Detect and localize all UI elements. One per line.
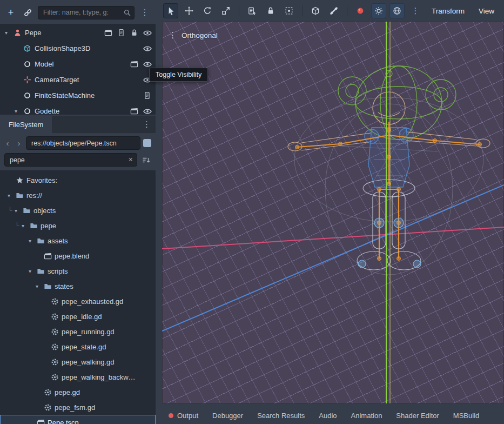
fs-tree-item[interactable]: pepe_exhausted.gd [0,294,156,309]
fs-tree-item[interactable]: ▾ assets [0,233,156,248]
scene-node-cameratarget[interactable]: CameraTarget [0,72,156,88]
script-button[interactable] [117,28,126,37]
move-tool-button[interactable] [182,3,197,18]
fs-item-label: states [55,282,73,290]
node-context-menu-button[interactable] [353,3,368,18]
script-button[interactable] [143,91,152,100]
fs-tree-item[interactable]: pepe.gd [0,385,156,400]
main-editor-area: ⋮ Transform View [156,0,504,424]
spatial-editor-toolbar: ⋮ Transform View [156,0,504,22]
tab-search-results[interactable]: Search Results [257,412,305,420]
tab-shader-editor[interactable]: Shader Editor [396,412,439,420]
fs-tree-item[interactable]: ▾ res:// [0,188,156,203]
fs-tree-item[interactable]: pepe_fsm.gd [0,400,156,415]
fs-tree-item-selected[interactable]: Pepe.tscn [0,415,156,424]
chevron-down-icon[interactable]: ▾ [8,193,16,198]
scene-filter-input[interactable] [38,6,135,19]
preview-sunlight-toggle[interactable] [371,3,386,18]
history-back-button[interactable]: ‹ [3,139,12,147]
projection-name[interactable]: Orthogonal [182,31,218,39]
list-select-tool-button[interactable] [245,3,260,18]
fs-tree-item[interactable]: pepe.blend [0,248,156,263]
lock-object-button[interactable] [263,3,278,18]
scene-dock-menu-button[interactable]: ⋮ [138,6,151,19]
chevron-down-icon[interactable]: ▾ [5,30,14,36]
tab-output[interactable]: Output [169,412,198,420]
lock-button[interactable] [130,28,139,37]
tab-msbuild[interactable]: MSBuild [453,412,479,420]
sun-icon [374,6,383,15]
cursor-icon [166,6,176,16]
visibility-button[interactable] [143,28,152,37]
tab-animation[interactable]: Animation [351,412,382,420]
chevron-down-icon[interactable]: ▾ [29,268,37,274]
skeleton-menu-button[interactable] [326,3,341,18]
filesystem-tree: Favorites: ▾ res:// └ ▾ objects └ ▾ pepe… [0,170,156,424]
chevron-down-icon[interactable]: ▾ [15,208,23,214]
viewport-menu-dots-icon[interactable]: ⋮ [169,30,177,40]
rotate-tool-button[interactable] [200,3,215,18]
open-instance-button[interactable] [130,107,139,115]
scene-node-collisionshape3d[interactable]: CollisionShape3D [0,41,156,56]
extra-view-options-button[interactable]: ⋮ [408,3,423,18]
filesystem-search-row: × [0,151,156,170]
instantiate-scene-button[interactable] [21,6,34,19]
scene-dock: + ⋮ ▾ Pepe CollisionShape3D [0,0,156,116]
preview-environment-toggle[interactable] [389,3,405,18]
history-forward-button[interactable]: › [15,139,23,147]
mesh-menu-button[interactable] [308,3,323,18]
fs-tree-item[interactable]: ▾ scripts [0,263,156,279]
scene-node-finitestatemachine[interactable]: FiniteStateMachine [0,88,156,103]
path-input[interactable] [26,136,140,150]
node-label: Pepe [25,29,41,37]
toolbar-separator [302,5,303,16]
scale-tool-button[interactable] [218,3,233,18]
scene-node-godette[interactable]: ▾ Godette [0,103,156,115]
scene-node-model[interactable]: Model [0,56,156,72]
gdscript-file-icon [51,373,62,381]
tab-debugger[interactable]: Debugger [212,412,243,420]
open-instance-button[interactable] [130,59,139,69]
fs-tree-item[interactable]: pepe_walking.gd [0,354,156,369]
open-instance-button[interactable] [104,28,113,37]
viewport-projection-label[interactable]: ⋮ Orthogonal [169,30,218,40]
chevron-down-icon[interactable]: ▾ [29,238,37,244]
viewport-3d[interactable]: ⋮ Orthogonal [162,22,504,403]
fs-tree-item[interactable]: └ ▾ objects [0,203,156,218]
toggle-split-mode-button[interactable] [143,139,151,147]
fs-item-label: objects [33,207,56,215]
fs-tree-item[interactable]: pepe_walking_backw… [0,369,156,385]
clear-search-icon[interactable]: × [129,155,133,164]
fs-tree-item[interactable]: Favorites: [0,173,156,188]
filesystem-menu-button[interactable]: ⋮ [138,116,156,133]
fs-tree-item[interactable]: pepe_state.gd [0,339,156,354]
sort-files-button[interactable] [140,155,151,165]
fs-tree-item[interactable]: └ ▾ pepe [0,218,156,233]
select-tool-button[interactable] [163,3,178,18]
fs-tree-item[interactable]: pepe_idle.gd [0,309,156,324]
chevron-down-icon[interactable]: ▾ [22,223,30,229]
view-menu[interactable]: View [473,7,500,15]
visibility-button[interactable] [143,44,152,53]
scene-node-pepe[interactable]: ▾ Pepe [0,25,156,41]
vertical-dots-icon: ⋮ [412,6,420,16]
chevron-down-icon[interactable]: ▾ [15,108,23,114]
visibility-button[interactable] [143,107,152,115]
group-icon [285,6,293,15]
fs-tree-item[interactable]: pepe_running.gd [0,324,156,339]
gdscript-file-icon [51,328,62,336]
gdscript-file-icon [51,297,62,306]
group-nodes-button[interactable] [281,3,297,18]
chevron-down-icon[interactable]: ▾ [36,283,44,289]
move-icon [185,6,193,15]
transform-menu[interactable]: Transform [426,7,470,15]
fs-item-label: pepe_fsm.gd [55,403,95,412]
filesystem-search-input[interactable] [4,153,137,167]
fs-tree-item[interactable]: ▾ states [0,279,156,294]
tab-audio[interactable]: Audio [319,412,337,420]
node-icon [23,107,33,115]
tree-guide: └ [15,222,22,229]
tab-filesystem[interactable]: FileSystem [0,116,52,133]
tree-guide: └ [8,207,15,214]
add-node-button[interactable]: + [4,6,17,19]
